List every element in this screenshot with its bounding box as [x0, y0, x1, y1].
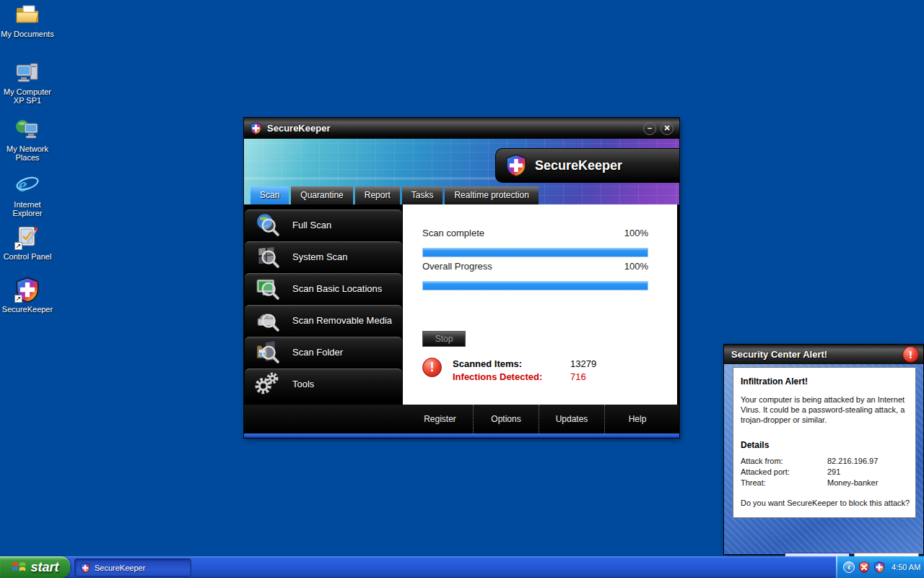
progress-bar-overall: [422, 281, 648, 290]
start-label: start: [30, 560, 58, 575]
alert-titlebar: Security Center Alert! !: [724, 345, 923, 364]
close-button[interactable]: ✕: [661, 122, 674, 135]
progress-fill: [423, 282, 648, 290]
desktop-icon-label: My Computer XP SP1: [0, 87, 55, 105]
logo-shield-icon: [505, 154, 528, 177]
tab-bar: Scan Quarantine Report Tasks Realtime pr…: [250, 186, 539, 204]
taskbar-clock: 4:50 AM: [892, 563, 920, 571]
banner-art: SecureKeeper Scan Quarantine Report Task…: [244, 139, 679, 204]
my-network-places-icon: [14, 116, 40, 142]
taskbar-task-securekeeper[interactable]: SecureKeeper: [74, 558, 191, 577]
alert-message: Your computer is being attacked by an In…: [741, 394, 912, 425]
sidebar-item-label: System Scan: [292, 251, 348, 262]
scan-content-panel: Scan complete 100% Overall Progress 100%…: [403, 204, 677, 405]
tray-collapse-chevron-icon[interactable]: ‹: [843, 561, 855, 573]
tray-security-alert-icon[interactable]: [858, 561, 870, 573]
sidebar-item-label: Full Scan: [292, 220, 331, 230]
desktop-icon-internet-explorer[interactable]: e Internet Explorer: [0, 172, 55, 217]
desktop-icon-label: SecureKeeper: [2, 305, 53, 314]
sidebar-item-system-scan[interactable]: System Scan: [245, 241, 402, 272]
window-titlebar: SecureKeeper – ✕: [244, 118, 679, 139]
removable-media-scan-icon: [255, 308, 279, 332]
taskbar: start SecureKeeper ‹ 4:50 AM: [0, 556, 924, 578]
detail-label: Threat:: [741, 478, 827, 487]
infections-value: 716: [570, 371, 586, 382]
scanned-items-row: Scanned Items: 13279: [453, 358, 655, 369]
desktop-icon-my-documents[interactable]: My Documents: [0, 1, 55, 38]
sidebar-item-scan-basic-locations[interactable]: Scan Basic Locations: [245, 273, 402, 303]
progress-label: Overall Progress: [422, 261, 492, 272]
progress-row-overall: Overall Progress 100%: [422, 261, 648, 272]
sidebar-item-scan-removable-media[interactable]: Scan Removable Media: [245, 305, 402, 335]
options-button[interactable]: Options: [473, 405, 539, 434]
desktop-icon-label: My Documents: [1, 30, 53, 38]
tab-quarantine[interactable]: Quarantine: [291, 186, 352, 204]
scan-sidebar: Full Scan System Scan: [244, 204, 403, 405]
progress-percent-text: 100%: [624, 228, 648, 238]
desktop-icon-control-panel[interactable]: ↗ Control Panel: [0, 224, 55, 261]
securekeeper-shield-icon: ↗: [14, 277, 40, 303]
svg-text:e: e: [18, 173, 27, 196]
start-button[interactable]: start: [0, 556, 70, 578]
progress-fill: [423, 249, 648, 256]
infections-row: Infections Detected: 716: [453, 371, 655, 382]
my-documents-icon: [14, 1, 40, 27]
help-button[interactable]: Help: [604, 405, 670, 434]
folder-scan-icon: [255, 340, 279, 364]
sidebar-item-scan-folder[interactable]: Scan Folder: [245, 337, 402, 367]
progress-label: Scan complete: [422, 228, 484, 238]
detail-label: Attack from:: [741, 457, 827, 465]
shortcut-arrow-icon: ↗: [14, 242, 22, 250]
alert-question: Do you want SecureKeeper to block this a…: [741, 499, 914, 507]
tray-securekeeper-icon[interactable]: [873, 561, 885, 573]
desktop-icon-securekeeper[interactable]: ↗ SecureKeeper: [0, 277, 55, 314]
window-title: SecureKeeper: [267, 123, 330, 134]
alert-message-box: Infiltration Alert! Your computer is bei…: [733, 367, 916, 518]
bottom-menu-bar: Register Options Updates Help: [244, 405, 679, 434]
alert-details-heading: Details: [741, 440, 769, 450]
desktop-icon-my-network-places[interactable]: My Network Places: [0, 116, 55, 162]
progress-row-scan-complete: Scan complete 100%: [422, 228, 648, 238]
alert-detail-row: Attack from: 82.216.196.97: [741, 457, 912, 465]
my-computer-icon: [14, 59, 40, 85]
globe-scan-icon: [255, 212, 279, 237]
tab-tasks[interactable]: Tasks: [402, 186, 443, 204]
sidebar-item-tools[interactable]: Tools: [245, 368, 402, 399]
desktop-icon-label: Internet Explorer: [0, 200, 55, 217]
tab-realtime-protection[interactable]: Realtime protection: [445, 186, 538, 204]
register-button[interactable]: Register: [407, 405, 473, 434]
sidebar-item-label: Scan Removable Media: [292, 315, 392, 326]
tab-report[interactable]: Report: [355, 186, 400, 204]
alert-detail-row: Threat: Money-banker: [741, 478, 912, 487]
alert-detail-row: Attacked port: 291: [741, 467, 912, 476]
desktop-icon-label: My Network Places: [0, 144, 55, 162]
securekeeper-window: SecureKeeper – ✕ SecureKeeper Scan Quara…: [244, 118, 679, 438]
stop-button[interactable]: Stop: [422, 331, 466, 347]
security-center-alert-popup: Security Center Alert! ! Infiltration Al…: [723, 344, 924, 555]
progress-percent-text: 100%: [624, 261, 648, 272]
detail-value: 291: [827, 467, 840, 476]
minimize-button[interactable]: –: [643, 122, 656, 135]
monitor-scan-icon: [255, 276, 279, 301]
logo-text: SecureKeeper: [535, 158, 622, 173]
brand-logo: SecureKeeper: [495, 148, 679, 183]
sidebar-item-label: Scan Folder: [292, 347, 343, 358]
detail-label: Attacked port:: [741, 467, 827, 476]
scanned-items-label: Scanned Items:: [453, 358, 570, 369]
task-label: SecureKeeper: [95, 564, 145, 572]
system-tray: ‹ 4:50 AM: [836, 556, 924, 578]
desktop-icon-label: Control Panel: [4, 252, 52, 261]
desktop-icon-my-computer[interactable]: My Computer XP SP1: [0, 59, 55, 105]
sidebar-item-full-scan[interactable]: Full Scan: [245, 210, 402, 240]
system-scan-icon: [255, 244, 279, 269]
infection-alert-icon: !: [422, 358, 442, 377]
window-body: Full Scan System Scan: [244, 204, 679, 405]
control-panel-icon: ↗: [14, 224, 40, 250]
tab-scan[interactable]: Scan: [250, 186, 289, 204]
alert-exclamation-icon: !: [902, 346, 919, 363]
infections-label: Infections Detected:: [453, 371, 570, 382]
detail-value: 82.216.196.97: [827, 457, 878, 465]
app-shield-icon: [250, 122, 262, 134]
scanned-items-value: 13279: [570, 358, 596, 369]
updates-button[interactable]: Updates: [539, 405, 604, 434]
